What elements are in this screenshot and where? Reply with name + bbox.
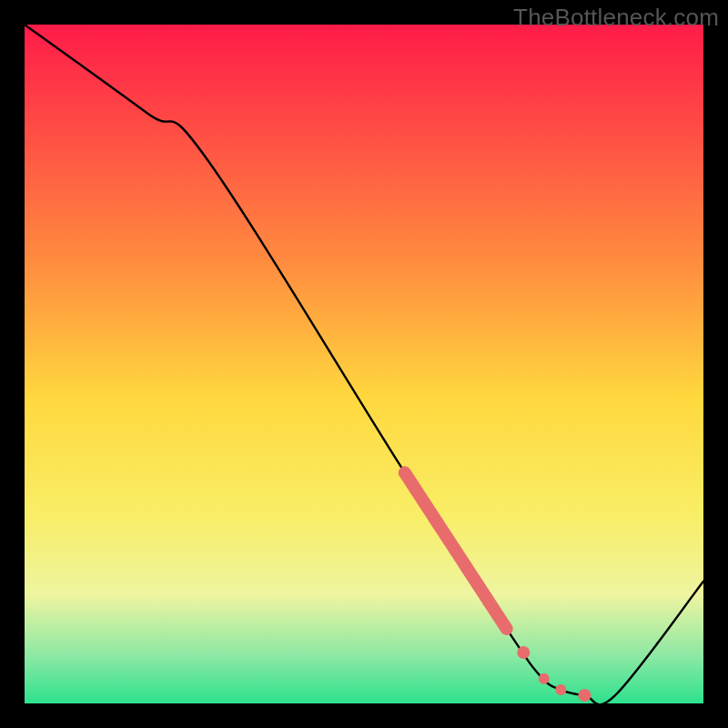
gradient-background [25, 25, 703, 703]
watermark-label: TheBottleneck.com [513, 4, 719, 32]
highlight-dot [517, 646, 530, 659]
plot-area [25, 25, 703, 703]
chart-frame: TheBottleneck.com [0, 0, 728, 728]
highlight-dot [555, 684, 566, 695]
chart-svg [25, 25, 703, 703]
highlight-dot [578, 689, 591, 702]
highlight-dot [539, 673, 550, 684]
